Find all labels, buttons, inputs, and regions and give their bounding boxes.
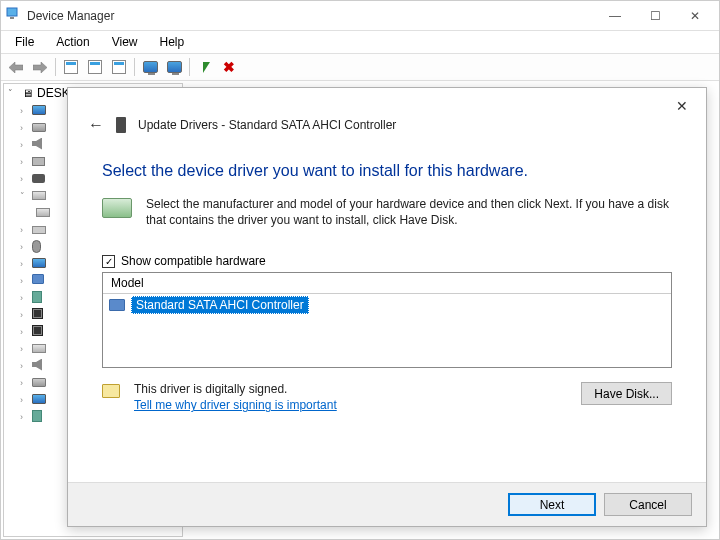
driver-signing-link[interactable]: Tell me why driver signing is important <box>134 398 337 412</box>
properties-icon[interactable] <box>84 56 106 78</box>
svg-marker-3 <box>33 62 47 73</box>
expand-icon[interactable]: ˅ <box>8 88 18 98</box>
menu-view[interactable]: View <box>102 33 148 51</box>
computer-icon: 🖥 <box>22 87 33 99</box>
cancel-button[interactable]: Cancel <box>604 493 692 516</box>
titlebar: Device Manager — ☐ ✕ <box>1 1 719 31</box>
toolbar-separator <box>55 58 56 76</box>
minimize-button[interactable]: — <box>595 1 635 30</box>
compatible-checkbox-label: Show compatible hardware <box>121 254 266 268</box>
model-list-item[interactable]: Standard SATA AHCI Controller <box>103 294 671 316</box>
back-icon[interactable] <box>5 56 27 78</box>
maximize-button[interactable]: ☐ <box>635 1 675 30</box>
compatible-checkbox-row[interactable]: ✓ Show compatible hardware <box>102 254 672 268</box>
toolbar: ✖ <box>1 53 719 81</box>
dialog-back-button[interactable]: ← <box>88 116 104 134</box>
show-hidden-icon[interactable] <box>60 56 82 78</box>
help-icon[interactable] <box>108 56 130 78</box>
scan-hardware-icon[interactable] <box>139 56 161 78</box>
driver-signed-text: This driver is digitally signed. <box>134 382 337 396</box>
svg-rect-0 <box>7 8 17 16</box>
menu-file[interactable]: File <box>5 33 44 51</box>
update-driver-icon[interactable] <box>194 56 216 78</box>
forward-icon[interactable] <box>29 56 51 78</box>
device-icon <box>116 117 126 133</box>
update-drivers-dialog: ✕ ← Update Drivers - Standard SATA AHCI … <box>67 87 707 527</box>
dialog-headline: Select the device driver you want to ins… <box>102 162 672 180</box>
dialog-footer: Next Cancel <box>68 482 706 526</box>
toolbar-separator <box>134 58 135 76</box>
svg-rect-1 <box>10 17 14 19</box>
dialog-instruction: Select the manufacturer and model of you… <box>146 196 672 228</box>
menu-action[interactable]: Action <box>46 33 99 51</box>
next-button[interactable]: Next <box>508 493 596 516</box>
app-icon <box>5 6 21 25</box>
menubar: File Action View Help <box>1 31 719 53</box>
compatible-checkbox[interactable]: ✓ <box>102 255 115 268</box>
svg-marker-2 <box>9 62 23 73</box>
toolbar-separator <box>189 58 190 76</box>
close-button[interactable]: ✕ <box>675 1 715 30</box>
driver-item-label: Standard SATA AHCI Controller <box>131 296 309 314</box>
hardware-card-icon <box>102 198 132 218</box>
model-list[interactable]: Model Standard SATA AHCI Controller <box>102 272 672 368</box>
dialog-header: ← Update Drivers - Standard SATA AHCI Co… <box>68 88 706 138</box>
dialog-body: Select the device driver you want to ins… <box>68 138 706 482</box>
window-title: Device Manager <box>27 9 595 23</box>
driver-item-icon <box>109 299 125 311</box>
have-disk-button[interactable]: Have Disk... <box>581 382 672 405</box>
uninstall-icon[interactable]: ✖ <box>218 56 240 78</box>
add-legacy-icon[interactable] <box>163 56 185 78</box>
model-list-header[interactable]: Model <box>103 273 671 294</box>
dialog-close-button[interactable]: ✕ <box>664 94 700 118</box>
device-manager-window: Device Manager — ☐ ✕ File Action View He… <box>0 0 720 540</box>
content-area: ˅ 🖥 DESKTOP-LDIDKBU › › › › › ˅ › › › › … <box>1 81 719 539</box>
menu-help[interactable]: Help <box>150 33 195 51</box>
dialog-title: Update Drivers - Standard SATA AHCI Cont… <box>138 118 396 132</box>
certificate-icon <box>102 384 120 398</box>
